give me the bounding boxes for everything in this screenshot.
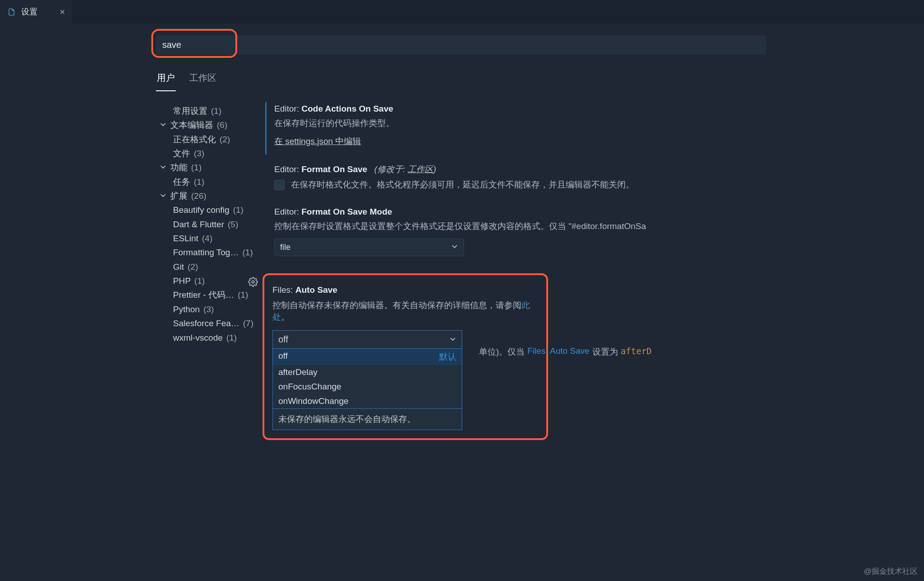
workspace-link[interactable]: 工作区	[408, 164, 433, 174]
code-literal: afterD	[621, 346, 652, 358]
search-wrap	[138, 27, 924, 63]
toc-ext-wxml[interactable]: wxml-vscode (1)	[159, 331, 262, 345]
option-on-focus-change[interactable]: onFocusChange	[273, 380, 462, 394]
setting-title: Editor: Format On Save (修改于: 工作区)	[274, 164, 924, 175]
select-value: file	[280, 243, 291, 252]
settings-list: Editor: Code Actions On Save 在保存时运行的代码操作…	[265, 91, 924, 450]
select-value: off	[278, 334, 288, 345]
modified-note: (修改于: 工作区)	[374, 164, 436, 174]
chevron-down-icon	[159, 189, 167, 203]
toc-extensions[interactable]: 扩展 (26)	[159, 189, 262, 203]
toc-ext-beautify[interactable]: Beautify config (1)	[159, 203, 262, 217]
toc-features[interactable]: 功能 (1)	[159, 160, 262, 174]
toc-text-editor[interactable]: 文本编辑器 (6)	[159, 118, 262, 132]
toc-ext-salesforce[interactable]: Salesforce Fea… (7)	[159, 316, 262, 330]
gear-icon[interactable]	[248, 277, 258, 288]
auto-save-select[interactable]: off off默认 afterDelay onFocusChange onWin…	[272, 330, 462, 430]
close-icon[interactable]: ×	[60, 7, 65, 16]
modified-indicator	[265, 102, 267, 155]
setting-auto-save: Files: Auto Save 控制自动保存未保存的编辑器。有关自动保存的详细…	[265, 266, 924, 450]
setting-description: 在保存时运行的代码操作类型。	[274, 117, 924, 129]
settings-toc: 常用设置 (1) 文本编辑器 (6) 正在格式化 (2) 文件 (3) 功能 (…	[138, 91, 265, 450]
chevron-down-icon	[449, 334, 456, 345]
toc-files[interactable]: 文件 (3)	[159, 146, 262, 160]
toc-tasks[interactable]: 任务 (1)	[159, 175, 262, 189]
format-on-save-mode-select[interactable]: file	[274, 239, 464, 256]
setting-description: 控制在保存时设置格式是设置整个文件格式还是仅设置修改内容的格式。仅当 "#edi…	[274, 220, 924, 232]
option-on-window-change[interactable]: onWindowChange	[273, 394, 462, 408]
setting-format-on-save: Editor: Format On Save (修改于: 工作区) 在保存时格式…	[265, 157, 924, 201]
setting-title: Editor: Code Actions On Save	[274, 104, 924, 114]
setting-title: Files: Auto Save	[272, 285, 538, 295]
tab-title: 设置	[21, 6, 38, 17]
auto-save-link[interactable]: Files: Auto Save	[527, 346, 589, 358]
checkbox-row: 在保存时格式化文件。格式化程序必须可用，延迟后文件不能保存，并且编辑器不能关闭。	[274, 179, 924, 191]
toc-ext-dart[interactable]: Dart & Flutter (5)	[159, 217, 262, 231]
setting-description: 控制自动保存未保存的编辑器。有关自动保存的详细信息，请参阅此处。	[272, 300, 538, 323]
setting-title: Editor: Format On Save Mode	[274, 207, 924, 217]
toc-ext-formattog[interactable]: Formatting Tog… (1)	[159, 245, 262, 259]
tab-bar: 设置 ×	[0, 0, 924, 23]
toc-ext-php[interactable]: PHP (1)	[159, 274, 262, 288]
toc-ext-python[interactable]: Python (3)	[159, 302, 262, 316]
scope-tab-user[interactable]: 用户	[156, 68, 176, 91]
setting-description: 在保存时格式化文件。格式化程序必须可用，延迟后文件不能保存，并且编辑器不能关闭。	[291, 179, 634, 191]
select-current[interactable]: off	[273, 331, 462, 349]
chevron-down-icon	[159, 118, 167, 132]
edit-in-json-link[interactable]: 在 settings.json 中编辑	[274, 136, 361, 146]
main-row: 常用设置 (1) 文本编辑器 (6) 正在格式化 (2) 文件 (3) 功能 (…	[138, 91, 924, 450]
select-options: off默认 afterDelay onFocusChange onWindowC…	[273, 349, 462, 408]
option-hint: 未保存的编辑器永远不会自动保存。	[273, 408, 462, 430]
option-off[interactable]: off默认	[273, 349, 462, 365]
toc-formatting[interactable]: 正在格式化 (2)	[159, 132, 262, 146]
setting-format-on-save-mode: Editor: Format On Save Mode 控制在保存时设置格式是设…	[265, 201, 924, 266]
chevron-down-icon	[451, 243, 458, 252]
setting-code-actions-on-save: Editor: Code Actions On Save 在保存时运行的代码操作…	[265, 98, 924, 157]
settings-search-input[interactable]	[156, 35, 766, 55]
scope-tab-workspace[interactable]: 工作区	[188, 68, 217, 91]
chevron-down-icon	[159, 160, 167, 174]
default-badge: 默认	[439, 351, 456, 363]
file-icon	[7, 8, 16, 16]
settings-editor: 用户 工作区 常用设置 (1) 文本编辑器 (6) 正在格式化 (2) 文件 (…	[0, 23, 924, 450]
scope-tabs: 用户 工作区	[138, 68, 924, 91]
settings-tab[interactable]: 设置 ×	[0, 0, 72, 23]
toc-ext-eslint[interactable]: ESLint (4)	[159, 231, 262, 245]
svg-point-0	[252, 281, 254, 283]
format-on-save-checkbox[interactable]	[274, 180, 285, 190]
toc-ext-prettier[interactable]: Prettier - 代码… (1)	[159, 288, 262, 302]
watermark: @掘金技术社区	[864, 566, 918, 576]
toc-ext-git[interactable]: Git (2)	[159, 260, 262, 274]
toc-common[interactable]: 常用设置 (1)	[159, 104, 262, 118]
setting-auto-save-delay-partial: 单位)。仅当 Files: Auto Save 设置为 afterD	[470, 340, 652, 358]
option-after-delay[interactable]: afterDelay	[273, 365, 462, 380]
